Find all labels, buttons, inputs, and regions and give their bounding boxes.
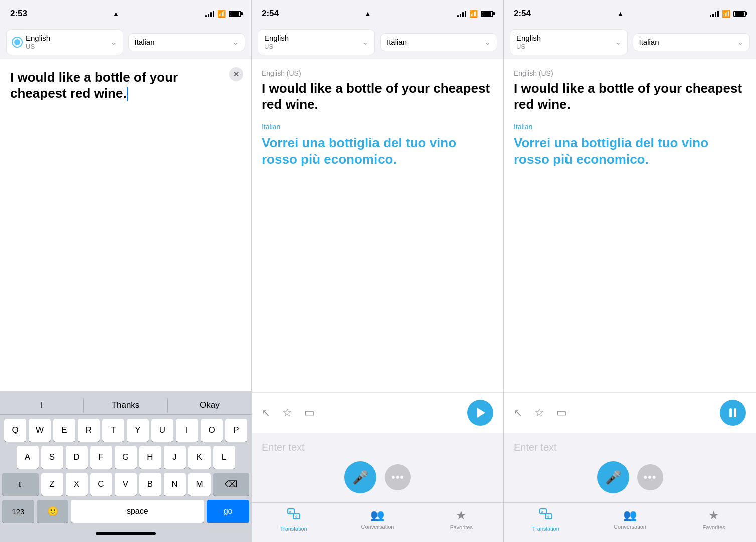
book-icon-3[interactable]: ▭ [556,406,567,419]
more-button-2[interactable]: ••• [385,464,411,490]
panel-2: 2:54 ▲ 📶 English US ⌄ [252,0,504,542]
close-button-1[interactable]: ✕ [229,67,243,81]
time-3: 2:54 [514,9,531,19]
key-123[interactable]: 123 [2,500,34,523]
status-bar-2: 2:54 ▲ 📶 [252,0,503,25]
key-m[interactable]: M [188,473,211,496]
key-s[interactable]: S [41,446,63,469]
conversation-icon-3: 👥 [623,509,637,522]
svg-text:文: 文 [546,515,550,519]
key-c[interactable]: C [90,473,112,496]
key-j[interactable]: J [164,446,186,469]
tab-translation-2[interactable]: A 文 Translation [252,507,335,532]
star-icon-3[interactable]: ☆ [534,406,544,419]
home-bar-1 [96,532,156,535]
location-icon-2: ▲ [364,10,371,18]
mic-row-2: 🎤 ••• [262,461,493,493]
enter-text-area-3: Enter text 🎤 ••• [504,433,756,502]
tab-conversation-2[interactable]: 👥 Conversation [335,509,419,530]
key-v[interactable]: V [115,473,137,496]
key-q[interactable]: Q [4,419,26,442]
play-button-2[interactable] [467,400,493,426]
target-lang-label-3: Italian [514,123,746,131]
autocomplete-3[interactable]: Okay [168,398,251,412]
key-i[interactable]: I [176,419,198,442]
action-bar-3: ↖ ☆ ▭ [504,392,756,433]
source-text-2: I would like a bottle of your cheapest r… [262,80,493,113]
location-icon-3: ▲ [617,10,624,18]
lang-bar-2: English US ⌄ Italian ⌄ [252,25,503,59]
target-lang-name-3: Italian [639,38,659,47]
battery-icon-3 [733,11,746,17]
key-n[interactable]: N [164,473,186,496]
key-emoji[interactable]: 🙂 [37,500,69,523]
key-row-2: A S D F G H J K L [2,446,249,469]
key-e[interactable]: E [53,419,75,442]
tab-translation-3[interactable]: A 文 Translation [504,507,588,532]
key-backspace[interactable]: ⌫ [213,473,250,496]
book-icon-2[interactable]: ▭ [304,406,315,419]
source-lang-name-1: English [26,34,50,43]
key-h[interactable]: H [139,446,161,469]
key-k[interactable]: K [188,446,211,469]
tab-favorites-3[interactable]: ★ Favorites [672,508,756,530]
key-b[interactable]: B [139,473,161,496]
key-space[interactable]: space [71,500,204,523]
expand-icon-2[interactable]: ↖ [262,407,270,419]
pause-bars-3 [729,408,736,417]
expand-icon-3[interactable]: ↖ [514,407,522,419]
key-p[interactable]: P [225,419,247,442]
key-y[interactable]: Y [127,419,149,442]
key-go[interactable]: go [207,500,249,523]
target-lang-btn-2[interactable]: Italian ⌄ [380,33,497,51]
mic-button-2[interactable]: 🎤 [344,461,376,493]
mic-button-3[interactable]: 🎤 [597,461,629,493]
tab-favorites-2[interactable]: ★ Favorites [420,508,503,530]
lang-bar-1: English US ⌄ Italian ⌄ [0,25,251,59]
source-lang-region-2: US [264,43,289,51]
keyboard-1: I Thanks Okay Q W E R T Y U I O P A S D [0,391,251,542]
source-lang-label-3: English (US) [514,69,746,77]
key-t[interactable]: T [102,419,124,442]
play-triangle-2 [477,408,485,418]
key-u[interactable]: U [151,419,173,442]
key-shift[interactable]: ⇧ [2,473,39,496]
key-f[interactable]: F [90,446,112,469]
source-lang-btn-1[interactable]: English US ⌄ [6,29,123,55]
autocomplete-1[interactable]: I [0,398,84,412]
source-lang-chevron-2: ⌄ [362,38,368,46]
tab-label-conversation-3: Conversation [614,524,646,530]
target-lang-name-1: Italian [135,38,155,47]
key-l[interactable]: L [213,446,235,469]
battery-icon-1 [229,11,241,17]
key-x[interactable]: X [66,473,88,496]
key-w[interactable]: W [29,419,51,442]
tab-bar-2: A 文 Translation 👥 Conversation ★ Favorit… [252,502,503,542]
key-r[interactable]: R [78,419,100,442]
source-lang-btn-3[interactable]: English US ⌄ [510,29,628,55]
status-icons-2: 📶 [457,10,493,18]
source-lang-btn-2[interactable]: English US ⌄ [258,29,375,55]
key-d[interactable]: D [66,446,88,469]
tab-conversation-3[interactable]: 👥 Conversation [588,509,672,530]
source-lang-chevron-3: ⌄ [615,38,621,46]
autocomplete-2[interactable]: Thanks [84,398,167,412]
target-lang-name-2: Italian [387,38,407,47]
target-lang-btn-3[interactable]: Italian ⌄ [633,33,750,51]
key-z[interactable]: Z [41,473,63,496]
target-lang-btn-1[interactable]: Italian ⌄ [128,33,246,51]
more-button-3[interactable]: ••• [637,464,663,490]
enter-text-input-2[interactable]: Enter text [262,442,493,453]
pause-button-3[interactable] [720,400,746,426]
enter-text-input-3[interactable]: Enter text [514,442,746,453]
key-a[interactable]: A [17,446,39,469]
pause-bar-left [729,408,732,417]
source-lang-chevron-1: ⌄ [111,38,117,46]
text-cursor-1 [127,87,128,101]
source-text-3: I would like a bottle of your cheapest r… [514,80,746,113]
star-icon-2[interactable]: ☆ [282,406,292,419]
input-text-1[interactable]: I would like a bottle of your cheapest r… [10,69,241,102]
key-o[interactable]: O [201,419,223,442]
panel-1: 2:53 ▲ 📶 English US ⌄ [0,0,252,542]
key-g[interactable]: G [115,446,137,469]
